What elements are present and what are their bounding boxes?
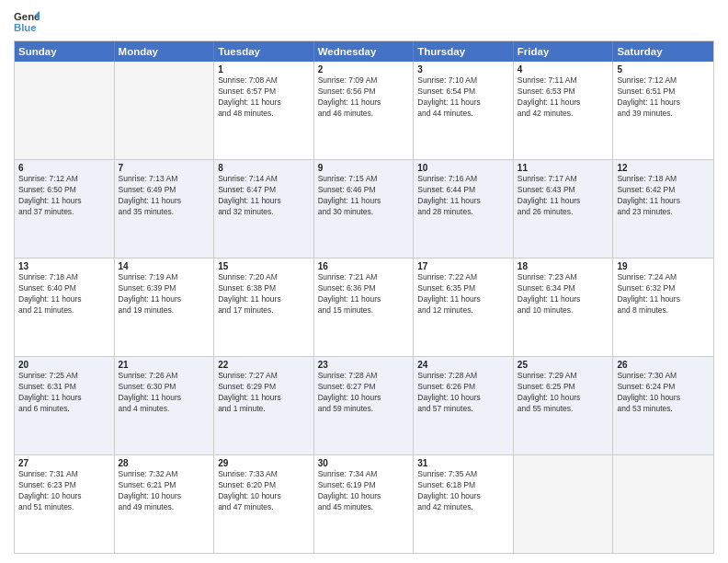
cell-line: Daylight: 11 hours [417,98,509,109]
cell-line: Sunset: 6:36 PM [318,283,410,294]
day-cell-7: 7Sunrise: 7:13 AMSunset: 6:49 PMDaylight… [115,160,215,258]
cell-line: Sunrise: 7:14 AM [218,174,310,185]
header-day-wednesday: Wednesday [314,41,415,62]
header-day-tuesday: Tuesday [214,41,314,62]
day-number: 25 [518,360,609,370]
calendar-body: 1Sunrise: 7:08 AMSunset: 6:57 PMDaylight… [15,62,713,553]
day-cell-16: 16Sunrise: 7:21 AMSunset: 6:36 PMDayligh… [314,259,415,356]
day-cell-4: 4Sunrise: 7:11 AMSunset: 6:53 PMDaylight… [514,62,614,159]
cell-line: Daylight: 11 hours [119,393,210,404]
logo: General Blue [14,9,40,35]
cell-line: Sunset: 6:39 PM [119,283,210,294]
cell-line: Sunset: 6:29 PM [218,382,310,393]
cell-line: Daylight: 10 hours [218,491,310,502]
cell-line: Daylight: 11 hours [417,196,509,207]
day-number: 6 [18,163,110,173]
day-cell-24: 24Sunrise: 7:28 AMSunset: 6:26 PMDayligh… [414,357,514,454]
day-cell-17: 17Sunrise: 7:22 AMSunset: 6:35 PMDayligh… [414,259,514,356]
cell-line: Sunset: 6:38 PM [218,283,310,294]
day-cell-10: 10Sunrise: 7:16 AMSunset: 6:44 PMDayligh… [414,160,514,258]
day-number: 1 [218,64,310,75]
cell-line: Daylight: 11 hours [617,98,710,109]
cell-line: and 32 minutes. [218,207,310,218]
cell-line: Daylight: 11 hours [617,196,710,207]
day-number: 26 [617,360,710,370]
cell-line: Sunrise: 7:17 AM [518,174,609,185]
cell-line: and 10 minutes. [518,305,609,316]
cell-line: Sunrise: 7:18 AM [18,272,110,283]
cell-line: Daylight: 11 hours [617,294,710,305]
day-number: 14 [119,261,210,271]
cell-line: Daylight: 10 hours [119,491,210,502]
day-number: 18 [518,261,609,271]
day-number: 28 [119,458,210,468]
cell-line: Sunset: 6:49 PM [119,185,210,196]
calendar-row-4: 27Sunrise: 7:31 AMSunset: 6:23 PMDayligh… [15,455,713,553]
cell-line: Sunset: 6:54 PM [417,86,509,98]
day-number: 17 [417,261,509,271]
cell-line: Sunrise: 7:34 AM [318,469,410,480]
logo-icon: General Blue [14,9,40,35]
empty-cell-0-0 [15,62,115,159]
header-day-monday: Monday [115,41,215,62]
day-number: 12 [617,163,710,173]
cell-line: Daylight: 11 hours [218,294,310,305]
day-cell-11: 11Sunrise: 7:17 AMSunset: 6:43 PMDayligh… [514,160,614,258]
cell-line: Daylight: 10 hours [617,393,710,404]
cell-line: Sunset: 6:31 PM [18,382,110,393]
day-number: 19 [617,261,710,271]
calendar-row-0: 1Sunrise: 7:08 AMSunset: 6:57 PMDaylight… [15,62,713,160]
day-number: 31 [417,458,509,468]
cell-line: and 26 minutes. [518,207,609,218]
header: General Blue [14,9,714,35]
day-cell-13: 13Sunrise: 7:18 AMSunset: 6:40 PMDayligh… [15,259,115,356]
day-number: 8 [218,163,310,173]
cell-line: Daylight: 11 hours [518,98,609,109]
day-cell-30: 30Sunrise: 7:34 AMSunset: 6:19 PMDayligh… [314,455,415,553]
day-number: 20 [18,360,110,370]
day-cell-5: 5Sunrise: 7:12 AMSunset: 6:51 PMDaylight… [613,62,713,159]
cell-line: Daylight: 10 hours [417,491,509,502]
empty-cell-4-6 [613,455,713,553]
calendar-row-3: 20Sunrise: 7:25 AMSunset: 6:31 PMDayligh… [15,357,713,455]
cell-line: and 37 minutes. [18,207,110,218]
cell-line: Sunrise: 7:28 AM [318,371,410,382]
cell-line: and 12 minutes. [417,305,509,316]
cell-line: Sunrise: 7:19 AM [119,272,210,283]
day-cell-12: 12Sunrise: 7:18 AMSunset: 6:42 PMDayligh… [613,160,713,258]
cell-line: Sunrise: 7:12 AM [617,75,710,86]
day-number: 16 [318,261,410,271]
svg-text:General: General [14,11,40,22]
cell-line: Sunset: 6:44 PM [417,185,509,196]
day-cell-25: 25Sunrise: 7:29 AMSunset: 6:25 PMDayligh… [514,357,614,454]
cell-line: Sunset: 6:35 PM [417,283,509,294]
cell-line: and 48 minutes. [218,109,310,120]
cell-line: Daylight: 11 hours [518,294,609,305]
day-number: 27 [18,458,110,468]
cell-line: and 4 minutes. [119,404,210,415]
cell-line: Daylight: 10 hours [417,393,509,404]
cell-line: Daylight: 11 hours [119,294,210,305]
cell-line: Sunrise: 7:26 AM [119,371,210,382]
cell-line: Sunrise: 7:22 AM [417,272,509,283]
cell-line: Sunrise: 7:25 AM [18,371,110,382]
day-cell-9: 9Sunrise: 7:15 AMSunset: 6:46 PMDaylight… [314,160,415,258]
day-number: 15 [218,261,310,271]
cell-line: Sunrise: 7:24 AM [617,272,710,283]
calendar-row-1: 6Sunrise: 7:12 AMSunset: 6:50 PMDaylight… [15,160,713,259]
day-number: 3 [417,64,509,75]
day-number: 21 [119,360,210,370]
cell-line: Sunset: 6:42 PM [617,185,710,196]
day-cell-29: 29Sunrise: 7:33 AMSunset: 6:20 PMDayligh… [214,455,314,553]
cell-line: Sunset: 6:51 PM [617,86,710,98]
cell-line: Sunset: 6:43 PM [518,185,609,196]
page: General Blue SundayMondayTuesdayWednesda… [0,0,728,563]
cell-line: Sunset: 6:27 PM [318,382,410,393]
cell-line: and 53 minutes. [617,404,710,415]
cell-line: Sunset: 6:18 PM [417,480,509,491]
cell-line: Daylight: 11 hours [18,294,110,305]
cell-line: and 35 minutes. [119,207,210,218]
cell-line: Sunrise: 7:09 AM [318,75,410,86]
calendar-header: SundayMondayTuesdayWednesdayThursdayFrid… [15,41,713,62]
day-cell-18: 18Sunrise: 7:23 AMSunset: 6:34 PMDayligh… [514,259,614,356]
